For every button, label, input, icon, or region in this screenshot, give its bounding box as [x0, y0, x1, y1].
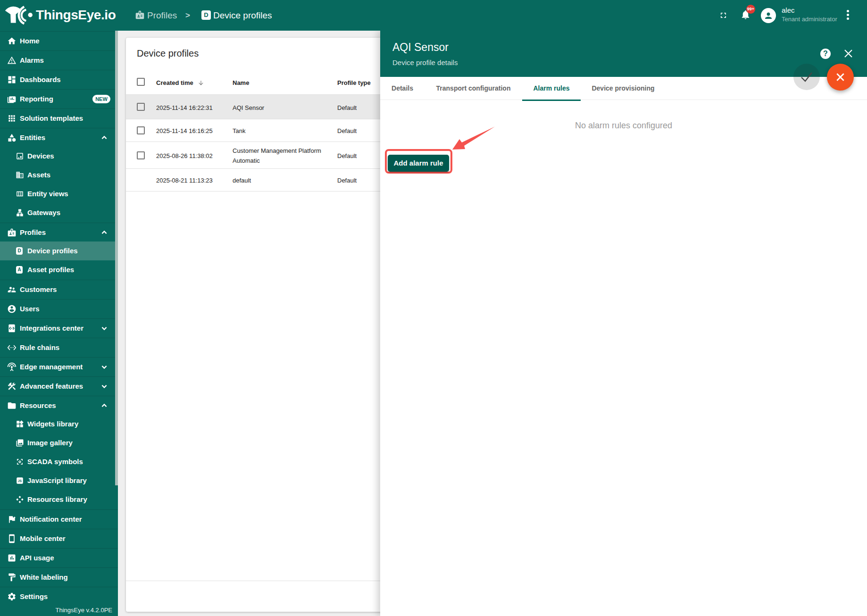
- svg-text:JS: JS: [18, 479, 22, 483]
